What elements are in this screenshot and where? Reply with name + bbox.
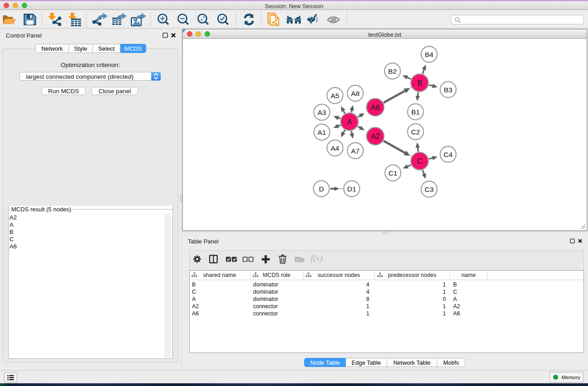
svg-text:C: C bbox=[417, 157, 422, 165]
svg-text:A4: A4 bbox=[331, 144, 339, 152]
svg-text:A5: A5 bbox=[331, 92, 339, 100]
svg-text:C1: C1 bbox=[388, 169, 397, 177]
svg-text:B4: B4 bbox=[425, 51, 434, 58]
svg-text:C4: C4 bbox=[444, 151, 453, 158]
svg-text:B: B bbox=[417, 79, 422, 87]
svg-text:A7: A7 bbox=[351, 147, 360, 155]
svg-text:A6: A6 bbox=[371, 103, 380, 111]
svg-text:B2: B2 bbox=[388, 67, 397, 75]
svg-text:A2: A2 bbox=[371, 132, 380, 140]
svg-text:B3: B3 bbox=[444, 86, 453, 94]
svg-text:C3: C3 bbox=[425, 186, 434, 193]
svg-text:D1: D1 bbox=[347, 185, 356, 193]
svg-text:B1: B1 bbox=[411, 108, 420, 116]
svg-text:C2: C2 bbox=[411, 128, 420, 136]
svg-text:A3: A3 bbox=[318, 109, 326, 116]
svg-text:A8: A8 bbox=[351, 90, 360, 97]
svg-text:D: D bbox=[319, 185, 324, 193]
svg-text:A1: A1 bbox=[318, 129, 326, 136]
svg-text:A: A bbox=[347, 118, 352, 126]
